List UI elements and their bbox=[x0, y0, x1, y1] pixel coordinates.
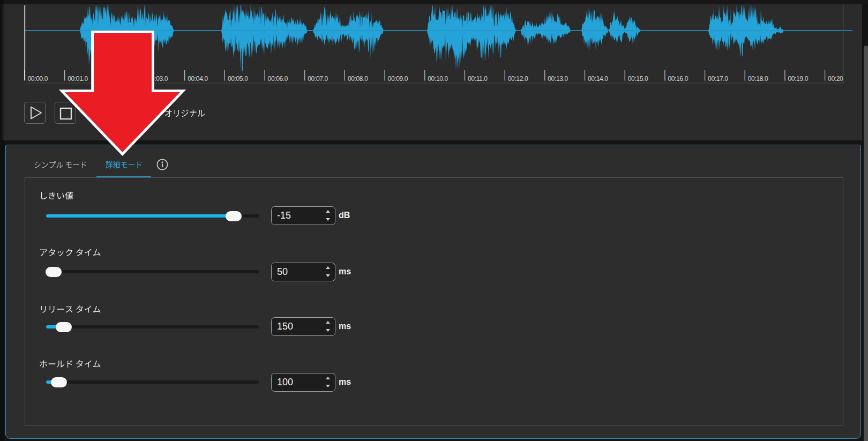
svg-text:00:06.0: 00:06.0 bbox=[268, 75, 288, 83]
svg-text:00:07.0: 00:07.0 bbox=[308, 75, 328, 83]
svg-text:00:20.: 00:20. bbox=[828, 75, 844, 83]
svg-text:00:05.0: 00:05.0 bbox=[228, 75, 248, 83]
svg-text:00:00.0: 00:00.0 bbox=[28, 75, 48, 83]
svg-text:00:13.0: 00:13.0 bbox=[548, 75, 568, 83]
svg-text:00:15.0: 00:15.0 bbox=[628, 75, 648, 83]
svg-text:00:10.0: 00:10.0 bbox=[428, 75, 448, 83]
svg-text:00:14.0: 00:14.0 bbox=[588, 75, 608, 83]
svg-text:00:11.0: 00:11.0 bbox=[468, 75, 488, 83]
svg-text:00:19.0: 00:19.0 bbox=[788, 75, 808, 83]
svg-text:00:16.0: 00:16.0 bbox=[668, 75, 688, 83]
svg-text:00:17.0: 00:17.0 bbox=[708, 75, 728, 83]
svg-text:00:12.0: 00:12.0 bbox=[508, 75, 528, 83]
svg-text:00:08.0: 00:08.0 bbox=[348, 75, 368, 83]
svg-text:00:09.0: 00:09.0 bbox=[388, 75, 408, 83]
svg-text:00:18.0: 00:18.0 bbox=[748, 75, 768, 83]
